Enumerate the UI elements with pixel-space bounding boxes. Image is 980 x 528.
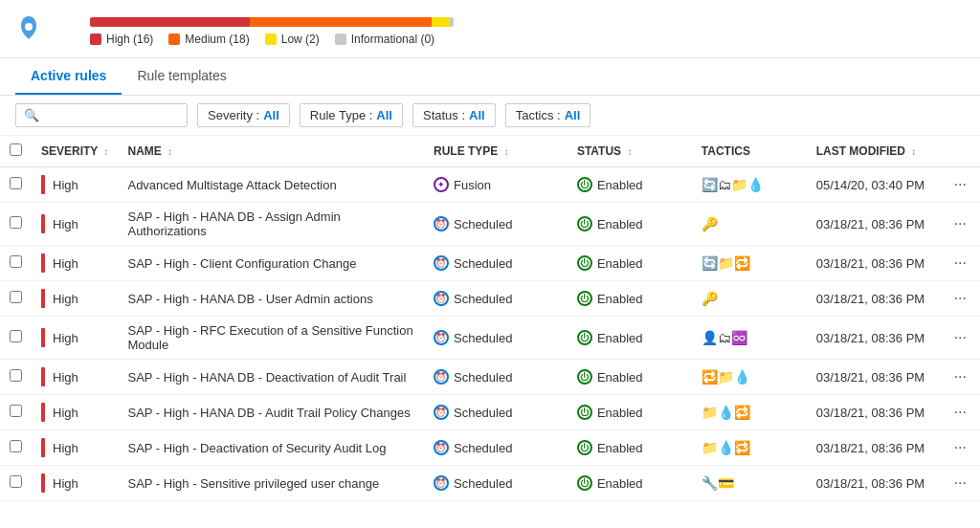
ruletype-filter[interactable]: Rule Type : All (300, 103, 403, 127)
table-row[interactable]: High SAP - High - HANA DB - Deactivation… (0, 360, 980, 395)
row-checkbox-cell[interactable] (0, 360, 32, 395)
row-severity-cell: High (32, 430, 118, 466)
severity-filter[interactable]: Severity : All (197, 103, 290, 127)
row-checkbox-cell[interactable] (0, 430, 32, 466)
tactics-icons: 🔑 (702, 291, 797, 306)
table-row[interactable]: High Advanced Multistage Attack Detectio… (0, 167, 980, 203)
row-actions-cell[interactable]: ··· (941, 360, 980, 395)
rule-type-cell: ⏰ Scheduled (434, 405, 558, 420)
row-checkbox[interactable] (10, 475, 22, 488)
row-checkbox[interactable] (10, 291, 22, 303)
row-actions-cell[interactable]: ··· (941, 246, 980, 281)
severity-indicator: High (41, 175, 108, 194)
table-row[interactable]: High SAP - High - Sensitive privileged u… (0, 466, 980, 501)
select-all-checkbox[interactable] (10, 143, 22, 156)
table-row[interactable]: High SAP - High - HANA DB - User Admin a… (0, 281, 980, 317)
row-modified-cell: 03/18/21, 08:36 PM (807, 466, 941, 501)
tactic-icon: 🔑 (702, 291, 718, 306)
row-actions-cell[interactable]: ··· (941, 281, 980, 317)
status-filter-value: All (469, 108, 485, 122)
severity-value: High (53, 441, 78, 455)
tactic-icon: 🔄📁🔁 (702, 255, 750, 271)
ruletype-label: Scheduled (454, 441, 512, 455)
table-row[interactable]: High SAP - High - HANA DB - Audit Trail … (0, 395, 980, 430)
row-actions-cell[interactable]: ··· (941, 203, 980, 246)
row-checkbox-cell[interactable] (0, 246, 32, 281)
row-more-button[interactable]: ··· (950, 174, 970, 195)
row-more-button[interactable]: ··· (950, 437, 970, 458)
col-header-modified[interactable]: LAST MODIFIED ↕ (807, 136, 941, 167)
row-actions-cell[interactable]: ··· (941, 430, 980, 466)
row-ruletype-cell: ⏰ Scheduled (424, 360, 568, 395)
severity-value: High (53, 331, 78, 345)
rule-type-cell: ⏰ Scheduled (434, 291, 558, 306)
tab-rule-templates[interactable]: Rule templates (122, 58, 241, 95)
col-header-ruletype[interactable]: RULE TYPE ↕ (424, 136, 568, 167)
col-header-name[interactable]: NAME ↕ (118, 136, 424, 167)
search-box[interactable]: 🔍 (15, 103, 188, 127)
row-more-button[interactable]: ··· (950, 508, 970, 509)
row-checkbox[interactable] (10, 177, 22, 189)
row-more-button[interactable]: ··· (950, 288, 970, 309)
col-header-checkbox[interactable] (0, 136, 32, 167)
severity-value: High (53, 217, 78, 231)
row-actions-cell[interactable]: ··· (941, 501, 980, 510)
row-actions-cell[interactable]: ··· (941, 167, 980, 203)
severity-value: High (53, 370, 78, 385)
row-checkbox-cell[interactable] (0, 501, 32, 510)
row-checkbox-cell[interactable] (0, 203, 32, 246)
rule-name: SAP - High - HANA DB - Deactivation of A… (127, 370, 406, 385)
tab-active-rules[interactable]: Active rules (15, 58, 122, 95)
row-checkbox[interactable] (10, 405, 22, 417)
row-more-button[interactable]: ··· (950, 402, 970, 423)
row-severity-cell: High (32, 501, 118, 510)
tactic-icon: 🔑 (702, 216, 718, 231)
ruletype-label: Scheduled (454, 406, 512, 420)
row-checkbox[interactable] (10, 255, 22, 268)
table-row[interactable]: High SAP - High - RFC Execution of a Sen… (0, 317, 980, 360)
table-row[interactable]: High SAP - High - System Configuration C… (0, 501, 980, 510)
status-filter[interactable]: Status : All (412, 103, 496, 127)
last-modified-value: 05/14/20, 03:40 PM (816, 178, 924, 192)
table-row[interactable]: High SAP - High - Deactivation of Securi… (0, 430, 980, 466)
row-ruletype-cell: ⏰ Scheduled (424, 430, 568, 466)
row-checkbox-cell[interactable] (0, 281, 32, 317)
row-actions-cell[interactable]: ··· (941, 466, 980, 501)
severity-indicator: High (41, 214, 108, 233)
table-row[interactable]: High SAP - High - Client Configuration C… (0, 246, 980, 281)
row-checkbox-cell[interactable] (0, 167, 32, 203)
row-checkbox-cell[interactable] (0, 466, 32, 501)
row-more-button[interactable]: ··· (950, 366, 970, 387)
row-ruletype-cell: ⏰ Scheduled (424, 281, 568, 317)
high-bar (90, 17, 250, 27)
tactics-icons: 📁💧🔁 (702, 440, 797, 455)
search-icon: 🔍 (24, 108, 39, 122)
rule-type-cell: ⏰ Scheduled (434, 440, 558, 455)
row-more-button[interactable]: ··· (950, 473, 970, 494)
ruletype-sort-icon: ↕ (504, 146, 509, 157)
last-modified-value: 03/18/21, 08:36 PM (816, 406, 924, 420)
row-checkbox[interactable] (10, 440, 22, 452)
row-severity-cell: High (32, 203, 118, 246)
row-actions-cell[interactable]: ··· (941, 395, 980, 430)
row-checkbox[interactable] (10, 330, 22, 342)
row-more-button[interactable]: ··· (950, 327, 970, 348)
col-header-severity[interactable]: SEVERITY ↕ (32, 136, 118, 167)
row-actions-cell[interactable]: ··· (941, 317, 980, 360)
row-more-button[interactable]: ··· (950, 213, 970, 234)
row-status-cell: ⏻ Enabled (568, 317, 692, 360)
table-row[interactable]: High SAP - High - HANA DB - Assign Admin… (0, 203, 980, 246)
row-severity-cell: High (32, 395, 118, 430)
severity-bar-left (41, 214, 45, 233)
search-input[interactable] (45, 108, 179, 122)
row-checkbox-cell[interactable] (0, 317, 32, 360)
row-more-button[interactable]: ··· (950, 253, 970, 274)
col-header-status[interactable]: STATUS ↕ (568, 136, 692, 167)
row-checkbox-cell[interactable] (0, 395, 32, 430)
rule-type-cell: ⏰ Scheduled (434, 255, 558, 271)
row-checkbox[interactable] (10, 216, 22, 229)
severity-filter-label: Severity : (208, 108, 259, 122)
row-checkbox[interactable] (10, 369, 22, 382)
tactics-filter[interactable]: Tactics : All (505, 103, 591, 127)
status-label: Enabled (597, 292, 643, 306)
